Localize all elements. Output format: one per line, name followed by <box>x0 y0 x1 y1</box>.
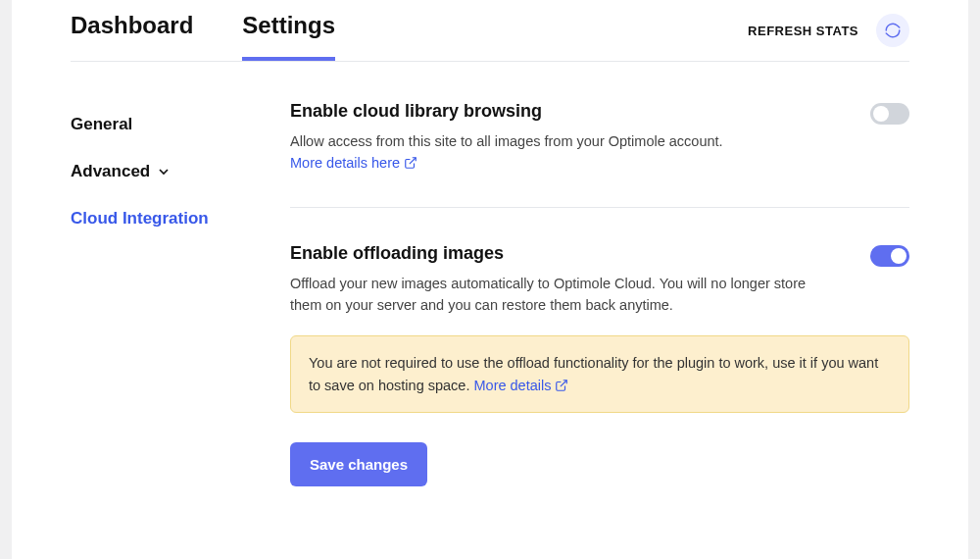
tab-dashboard[interactable]: Dashboard <box>71 12 193 61</box>
sidebar-item-advanced[interactable]: Advanced <box>71 148 267 195</box>
external-link-icon <box>555 379 568 392</box>
tab-settings[interactable]: Settings <box>242 12 335 61</box>
svg-line-1 <box>561 381 566 386</box>
tab-list: Dashboard Settings <box>71 12 335 61</box>
offloading-notice: You are not required to use the offload … <box>290 335 909 413</box>
top-actions: REFRESH STATS <box>748 14 909 59</box>
sidebar-item-label: Advanced <box>71 162 150 181</box>
sidebar-item-general[interactable]: General <box>71 101 267 148</box>
setting-cloud-library: Enable cloud library browsing Allow acce… <box>290 101 909 208</box>
refresh-icon <box>884 22 902 39</box>
chevron-down-icon <box>156 164 172 179</box>
notice-more-details-link[interactable]: More details <box>473 375 568 396</box>
refresh-icon-button[interactable] <box>876 14 909 47</box>
cloud-library-toggle[interactable] <box>870 103 909 125</box>
setting-title: Enable cloud library browsing <box>290 101 841 122</box>
top-tabs-row: Dashboard Settings REFRESH STATS <box>71 0 909 62</box>
refresh-stats-link[interactable]: REFRESH STATS <box>748 24 858 38</box>
setting-offloading: Enable offloading images Offload your ne… <box>290 243 909 522</box>
link-label: More details here <box>290 155 400 171</box>
sidebar-item-cloud-integration[interactable]: Cloud Integration <box>71 195 267 242</box>
settings-sidebar: General Advanced Cloud Integration <box>71 101 267 522</box>
offloading-toggle[interactable] <box>870 245 909 267</box>
settings-content: Enable cloud library browsing Allow acce… <box>290 101 909 522</box>
save-changes-button[interactable]: Save changes <box>290 442 427 486</box>
svg-line-0 <box>410 158 416 164</box>
setting-desc: Allow access from this site to all image… <box>290 131 841 153</box>
more-details-link[interactable]: More details here <box>290 155 417 171</box>
setting-desc: Offload your new images automatically to… <box>290 274 841 317</box>
setting-title: Enable offloading images <box>290 243 841 264</box>
notice-text: You are not required to use the offload … <box>309 355 878 392</box>
link-label: More details <box>473 375 551 396</box>
external-link-icon <box>404 156 417 170</box>
